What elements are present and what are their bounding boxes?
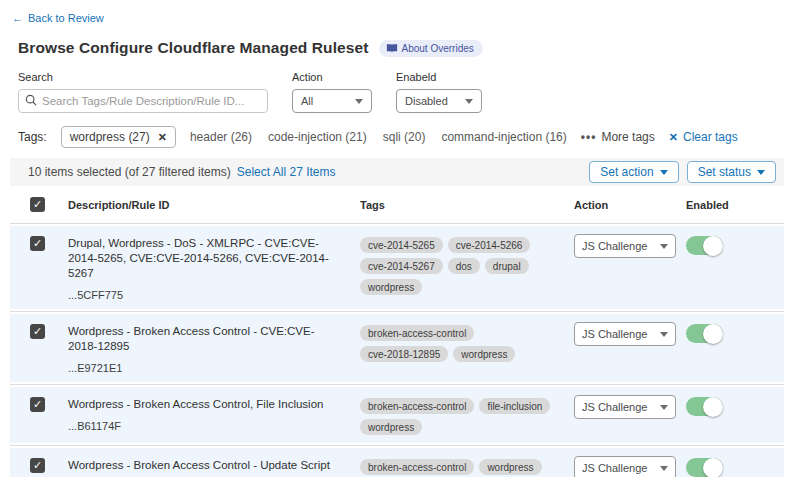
header-enabled: Enabled: [686, 199, 784, 211]
row-action-dropdown[interactable]: JS Challenge: [574, 395, 676, 419]
tag-pill: wordpress: [453, 346, 515, 362]
row-action-dropdown[interactable]: JS Challenge: [574, 456, 676, 477]
row-description: Drupal, Wordpress - DoS - XMLRPC - CVE:C…: [68, 236, 360, 281]
chevron-down-icon: [660, 244, 668, 249]
selection-summary: 10 items selected (of 27 filtered items): [28, 165, 231, 179]
tag-filter[interactable]: command-injection (16): [441, 130, 566, 144]
tag-pill: broken-access-control: [360, 459, 474, 475]
row-description-cell: Drupal, Wordpress - DoS - XMLRPC - CVE:C…: [68, 236, 360, 301]
toggle-knob: [703, 236, 723, 256]
row-action-value: JS Challenge: [582, 328, 647, 340]
rules-table: 10 items selected (of 27 filtered items)…: [10, 158, 784, 477]
tags-bar: Tags: wordpress (27) ✕ header (26)code-i…: [18, 126, 784, 148]
set-status-button[interactable]: Set status: [687, 161, 776, 183]
selected-tag-chip[interactable]: wordpress (27) ✕: [61, 126, 176, 148]
row-checkbox[interactable]: ✓: [30, 397, 45, 412]
more-tags-button[interactable]: ••• More tags: [581, 130, 655, 144]
selection-bar: 10 items selected (of 27 filtered items)…: [10, 158, 784, 186]
table-row: ✓ Wordpress - Broken Access Control - CV…: [10, 312, 784, 385]
clear-icon: ✕: [669, 131, 678, 144]
bulk-action-buttons: Set action Set status: [589, 161, 776, 183]
chevron-down-icon: [660, 170, 668, 175]
toggle-knob: [703, 324, 723, 344]
row-checkbox[interactable]: ✓: [30, 236, 45, 251]
tag-filter[interactable]: code-injection (21): [268, 130, 367, 144]
select-all-link[interactable]: Select All 27 Items: [237, 165, 336, 179]
tag-pill: wordpress: [360, 419, 422, 435]
tags-label: Tags:: [18, 130, 47, 144]
tag-pill: dos: [448, 258, 480, 274]
selected-tag-label: wordpress (27): [70, 130, 150, 144]
table-body: ✓ Drupal, Wordpress - DoS - XMLRPC - CVE…: [10, 224, 784, 477]
row-action-value: JS Challenge: [582, 462, 647, 474]
tag-pill: broken-access-control: [360, 325, 474, 341]
toggle-knob: [703, 397, 723, 417]
select-all-checkbox[interactable]: ✓: [30, 197, 45, 212]
set-action-button[interactable]: Set action: [589, 161, 678, 183]
row-description-cell: Wordpress - Broken Access Control, File …: [68, 397, 360, 432]
ellipsis-icon: •••: [581, 130, 597, 144]
tag-pill: wordpress: [360, 279, 422, 295]
chevron-down-icon: [355, 99, 363, 104]
tag-pill: cve-2014-5266: [448, 237, 531, 253]
set-status-label: Set status: [698, 165, 751, 179]
enabled-dropdown[interactable]: Disabled: [396, 89, 482, 113]
page-title: Browse Configure Cloudflare Managed Rule…: [18, 39, 369, 57]
row-description: Wordpress - Broken Access Control - CVE:…: [68, 324, 360, 354]
row-rule-id: ...B61174F: [68, 420, 360, 432]
row-checkbox[interactable]: ✓: [30, 458, 45, 473]
row-tags: broken-access-controlwordpress: [360, 459, 574, 475]
search-label: Search: [18, 71, 268, 83]
table-row: ✓ Wordpress - Broken Access Control, Fil…: [10, 385, 784, 446]
about-overrides-badge[interactable]: About Overrides: [379, 40, 483, 57]
enabled-dropdown-value: Disabled: [405, 95, 448, 107]
search-filter: Search: [18, 71, 268, 113]
back-link-label: Back to Review: [28, 12, 104, 24]
set-action-label: Set action: [600, 165, 653, 179]
chevron-down-icon: [660, 466, 668, 471]
action-dropdown[interactable]: All: [292, 89, 372, 113]
row-action-value: JS Challenge: [582, 401, 647, 413]
table-header-row: ✓ Description/Rule ID Tags Action Enable…: [10, 186, 784, 224]
row-description: Wordpress - Broken Access Control - Upda…: [68, 458, 360, 473]
header-description: Description/Rule ID: [68, 199, 360, 211]
chevron-down-icon: [465, 99, 473, 104]
row-enabled-toggle[interactable]: [686, 236, 723, 255]
row-enabled-toggle[interactable]: [686, 397, 723, 416]
header-tags: Tags: [360, 199, 574, 211]
filters: Search Action All Enabeld Disabled: [18, 71, 784, 113]
back-link[interactable]: ←Back to Review: [12, 12, 104, 24]
tag-pill: drupal: [485, 258, 529, 274]
row-action-dropdown[interactable]: JS Challenge: [574, 322, 676, 346]
row-checkbox[interactable]: ✓: [30, 324, 45, 339]
action-filter: Action All: [292, 71, 372, 113]
tag-pill: wordpress: [479, 459, 541, 475]
tag-pill: cve-2014-5267: [360, 258, 443, 274]
row-action-dropdown[interactable]: JS Challenge: [574, 234, 676, 258]
row-description: Wordpress - Broken Access Control, File …: [68, 397, 360, 412]
row-rule-id: ...5CFF775: [68, 289, 360, 301]
page: ←Back to Review Browse Configure Cloudfl…: [0, 0, 794, 477]
row-enabled-toggle[interactable]: [686, 458, 723, 477]
chevron-down-icon: [660, 332, 668, 337]
tags-list: header (26)code-injection (21)sqli (20)c…: [190, 130, 567, 144]
tag-filter[interactable]: header (26): [190, 130, 252, 144]
row-tags: cve-2014-5265cve-2014-5266cve-2014-5267d…: [360, 237, 574, 295]
tag-pill: cve-2014-5265: [360, 237, 443, 253]
row-enabled-toggle[interactable]: [686, 324, 723, 343]
tag-filter[interactable]: sqli (20): [383, 130, 426, 144]
table-row: ✓ Drupal, Wordpress - DoS - XMLRPC - CVE…: [10, 224, 784, 312]
search-input[interactable]: [42, 95, 261, 107]
row-description-cell: Wordpress - Broken Access Control - Upda…: [68, 458, 360, 477]
tag-pill: file-inclusion: [479, 398, 550, 414]
tag-pill: broken-access-control: [360, 398, 474, 414]
enabled-filter: Enabeld Disabled: [396, 71, 482, 113]
search-box: [18, 89, 268, 113]
enabled-label: Enabeld: [396, 71, 482, 83]
toggle-knob: [703, 458, 723, 477]
header-action: Action: [574, 199, 686, 211]
badge-label: About Overrides: [402, 43, 474, 54]
remove-tag-icon[interactable]: ✕: [158, 131, 167, 144]
clear-tags-button[interactable]: ✕ Clear tags: [669, 130, 738, 144]
back-arrow-icon: ←: [12, 12, 23, 24]
